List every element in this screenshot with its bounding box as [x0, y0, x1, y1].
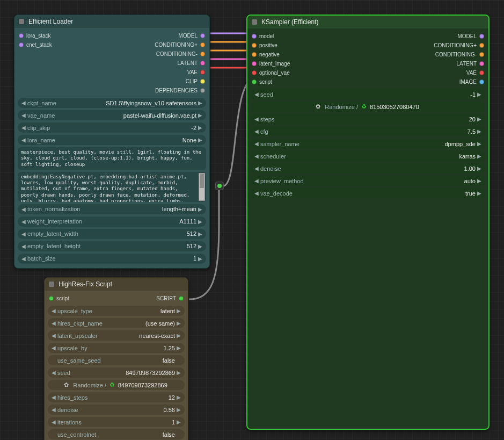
chevron-left-icon[interactable]: ◀: [51, 419, 56, 425]
chevron-left-icon[interactable]: ◀: [21, 243, 26, 249]
chevron-left-icon[interactable]: ◀: [21, 219, 26, 225]
chevron-left-icon[interactable]: ◀: [51, 394, 56, 400]
widget-upscale_type[interactable]: ◀upscale_typelatent▶: [48, 306, 185, 316]
chevron-left-icon[interactable]: ◀: [254, 178, 259, 184]
node-titlebar[interactable]: HighRes-Fix Script: [45, 278, 188, 291]
widget-use_same_seed[interactable]: ◀use_same_seedfalse▶: [48, 355, 185, 365]
chevron-right-icon[interactable]: ▶: [176, 345, 181, 351]
port-image[interactable]: IMAGE: [459, 77, 484, 86]
widget-randomize[interactable]: ✿Randomize /♻815030527080470: [251, 102, 485, 112]
widget-denoise[interactable]: ◀denoise0.56▶: [48, 405, 185, 415]
chevron-left-icon[interactable]: ◀: [254, 190, 259, 196]
chevron-right-icon[interactable]: ▶: [477, 91, 482, 97]
port-script[interactable]: SCRIPT: [156, 294, 184, 302]
chevron-right-icon[interactable]: ▶: [477, 153, 482, 159]
widget-seed[interactable]: ◀seed-1▶: [251, 89, 485, 99]
widget-steps[interactable]: ◀steps20▶: [251, 114, 485, 124]
recycle-icon[interactable]: ♻: [361, 103, 367, 110]
chevron-left-icon[interactable]: ◀: [254, 116, 259, 122]
chevron-right-icon[interactable]: ▶: [198, 100, 203, 106]
port-latent[interactable]: LATENT: [456, 59, 484, 68]
port-optional_vae[interactable]: optional_vae: [252, 68, 290, 77]
chevron-left-icon[interactable]: ◀: [51, 407, 56, 413]
widget-empty_latent_height[interactable]: ◀empty_latent_height512▶: [18, 241, 206, 251]
chevron-right-icon[interactable]: ▶: [198, 256, 203, 262]
chevron-right-icon[interactable]: ▶: [477, 116, 482, 122]
widget-randomize[interactable]: ✿Randomize /♻849709873292869: [48, 380, 185, 390]
widget-clip_skip[interactable]: ◀clip_skip-2▶: [18, 122, 206, 133]
port-latent[interactable]: LATENT: [177, 59, 205, 67]
widget-use_controlnet[interactable]: ◀use_controlnetfalse▶: [48, 429, 185, 439]
widget-latent_upscaler[interactable]: ◀latent_upscalernearest-exact▶: [48, 330, 185, 341]
chevron-left-icon[interactable]: ◀: [254, 153, 259, 159]
chevron-left-icon[interactable]: ◀: [254, 128, 259, 134]
chevron-right-icon[interactable]: ▶: [477, 165, 482, 171]
chevron-left-icon[interactable]: ◀: [21, 231, 26, 237]
chevron-right-icon[interactable]: ▶: [198, 125, 203, 131]
chevron-left-icon[interactable]: ◀: [21, 112, 26, 118]
chevron-left-icon[interactable]: ◀: [21, 137, 26, 143]
chevron-right-icon[interactable]: ▶: [176, 308, 181, 314]
widget-vae_name[interactable]: ◀vae_namepastel-waifu-diffusion.vae.pt▶: [18, 110, 206, 120]
chevron-left-icon[interactable]: ◀: [51, 345, 56, 351]
chevron-right-icon[interactable]: ▶: [477, 190, 482, 196]
scrollbar[interactable]: [199, 173, 205, 201]
node-highres-fix-script[interactable]: HighRes-Fix Script script SCRIPT ◀upscal…: [44, 277, 188, 440]
chevron-left-icon[interactable]: ◀: [51, 308, 56, 314]
widget-cfg[interactable]: ◀cfg7.5▶: [251, 126, 485, 136]
port-conditioning-[interactable]: CONDITIONING-: [156, 49, 205, 58]
gear-icon[interactable]: ✿: [64, 381, 69, 388]
chevron-left-icon[interactable]: ◀: [254, 165, 259, 171]
collapse-toggle-icon[interactable]: [19, 19, 24, 24]
chevron-right-icon[interactable]: ▶: [176, 370, 181, 376]
gear-icon[interactable]: ✿: [316, 103, 320, 110]
port-lora_stack[interactable]: lora_stack: [19, 31, 52, 40]
positive-prompt-input[interactable]: masterpiece, best quality, movie still, …: [18, 147, 206, 170]
widget-scheduler[interactable]: ◀schedulerkarras▶: [251, 151, 485, 161]
chevron-right-icon[interactable]: ▶: [176, 333, 181, 338]
port-script[interactable]: script: [252, 77, 290, 86]
node-efficient-loader[interactable]: Efficient Loader lora_stackcnet_stack MO…: [14, 15, 210, 269]
collapse-toggle-icon[interactable]: [252, 19, 257, 25]
chevron-right-icon[interactable]: ▶: [198, 112, 203, 118]
port-model[interactable]: MODEL: [457, 32, 484, 40]
widget-hires_steps[interactable]: ◀hires_steps12▶: [48, 392, 185, 402]
chevron-right-icon[interactable]: ▶: [198, 137, 203, 143]
port-positive[interactable]: positive: [252, 41, 290, 49]
chevron-left-icon[interactable]: ◀: [51, 370, 56, 376]
port-dependencies[interactable]: DEPENDENCIES: [155, 86, 205, 95]
chevron-right-icon[interactable]: ▶: [176, 394, 181, 400]
chevron-left-icon[interactable]: ◀: [51, 320, 56, 326]
chevron-right-icon[interactable]: ▶: [477, 128, 482, 134]
collapse-toggle-icon[interactable]: [49, 282, 54, 287]
port-model[interactable]: MODEL: [178, 31, 205, 40]
widget-seed[interactable]: ◀seed849709873292869▶: [48, 367, 185, 378]
chevron-right-icon[interactable]: ▶: [176, 320, 181, 326]
widget-iterations[interactable]: ◀iterations1▶: [48, 417, 185, 427]
chevron-left-icon[interactable]: ◀: [21, 100, 26, 106]
port-script[interactable]: script: [49, 294, 69, 302]
node-ksampler-efficient[interactable]: KSampler (Efficient) modelpositivenegati…: [246, 15, 490, 430]
port-vae[interactable]: VAE: [187, 68, 205, 76]
widget-empty_latent_width[interactable]: ◀empty_latent_width512▶: [18, 229, 206, 239]
chevron-left-icon[interactable]: ◀: [51, 333, 56, 338]
widget-sampler_name[interactable]: ◀sampler_namedpmpp_sde▶: [251, 139, 485, 149]
port-latent_image[interactable]: latent_image: [252, 59, 290, 68]
negative-prompt-input[interactable]: embedding:EasyNegative.pt, embedding:bad…: [18, 172, 206, 202]
chevron-left-icon[interactable]: ◀: [254, 141, 259, 147]
chevron-left-icon[interactable]: ◀: [254, 91, 259, 97]
port-conditioning-[interactable]: CONDITIONING+: [155, 40, 205, 49]
chevron-right-icon[interactable]: ▶: [176, 419, 181, 425]
widget-hires_ckpt_name[interactable]: ◀hires_ckpt_name(use same)▶: [48, 318, 185, 328]
widget-lora_name[interactable]: ◀lora_nameNone▶: [18, 135, 206, 145]
reroute-node[interactable]: [215, 182, 224, 190]
widget-ckpt_name[interactable]: ◀ckpt_nameSD1.5\flyingsnow_v10.safetenso…: [18, 98, 206, 108]
chevron-right-icon[interactable]: ▶: [176, 407, 181, 413]
port-vae[interactable]: VAE: [466, 68, 484, 77]
port-conditioning-[interactable]: CONDITIONING-: [435, 50, 484, 59]
port-conditioning-[interactable]: CONDITIONING+: [434, 41, 484, 49]
recycle-icon[interactable]: ♻: [109, 381, 115, 388]
widget-upscale_by[interactable]: ◀upscale_by1.25▶: [48, 343, 185, 353]
port-cnet_stack[interactable]: cnet_stack: [19, 40, 52, 49]
chevron-left-icon[interactable]: ◀: [21, 206, 26, 212]
